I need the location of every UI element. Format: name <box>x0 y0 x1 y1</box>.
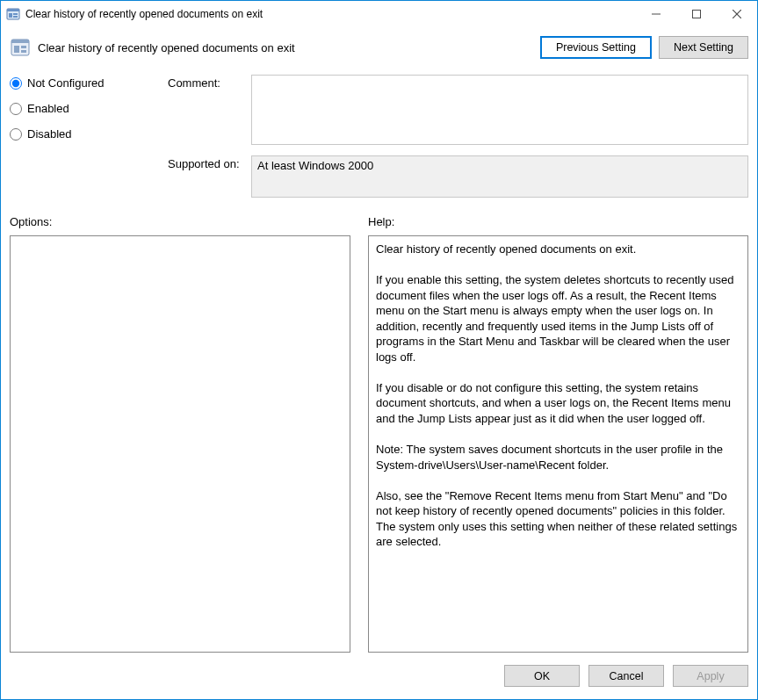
state-radios: Not Configured Enabled Disabled <box>10 75 168 141</box>
svg-rect-6 <box>693 10 701 18</box>
radio-enabled-label: Enabled <box>27 102 69 115</box>
titlebar: Clear history of recently opened documen… <box>1 1 757 27</box>
dialog-buttons: OK Cancel Apply <box>10 653 748 687</box>
cancel-button[interactable]: Cancel <box>588 665 664 687</box>
svg-rect-13 <box>21 50 26 53</box>
comment-input[interactable] <box>251 75 748 145</box>
supported-on-label: Supported on: <box>168 155 251 170</box>
radio-disabled-label: Disabled <box>27 127 72 141</box>
content-area: Clear history of recently opened documen… <box>1 27 757 699</box>
radio-not-configured-label: Not Configured <box>27 76 104 90</box>
comment-label: Comment: <box>168 75 251 90</box>
previous-setting-button[interactable]: Previous Setting <box>540 36 652 59</box>
policy-editor-window: Clear history of recently opened documen… <box>0 0 758 700</box>
panel-labels: Options: Help: <box>10 215 748 228</box>
ok-button[interactable]: OK <box>504 665 580 687</box>
radio-not-configured[interactable]: Not Configured <box>10 76 168 90</box>
maximize-button[interactable] <box>676 1 717 27</box>
policy-header: Clear history of recently opened documen… <box>10 36 748 59</box>
policy-window-icon <box>6 7 20 21</box>
help-panel-wrap: Clear history of recently opened documen… <box>368 235 748 653</box>
apply-button[interactable]: Apply <box>673 665 748 687</box>
supported-row: Supported on: <box>10 155 748 198</box>
options-label: Options: <box>10 215 368 228</box>
minimize-button[interactable] <box>636 1 676 27</box>
panels: Clear history of recently opened documen… <box>10 235 748 653</box>
policy-title: Clear history of recently opened documen… <box>38 41 533 54</box>
svg-rect-1 <box>7 9 19 11</box>
maximize-icon <box>692 8 701 21</box>
next-setting-button[interactable]: Next Setting <box>659 36 748 59</box>
radio-disabled[interactable]: Disabled <box>10 127 168 141</box>
svg-rect-3 <box>13 13 18 15</box>
svg-rect-11 <box>14 46 19 53</box>
options-panel <box>10 235 350 653</box>
help-label: Help: <box>368 215 394 228</box>
state-and-comment: Not Configured Enabled Disabled Comment: <box>10 75 748 145</box>
minimize-icon <box>652 8 661 21</box>
policy-icon <box>10 37 31 58</box>
svg-rect-2 <box>9 13 12 18</box>
help-panel[interactable]: Clear history of recently opened documen… <box>368 235 748 653</box>
svg-rect-10 <box>11 40 29 43</box>
window-title: Clear history of recently opened documen… <box>25 8 636 20</box>
svg-rect-12 <box>21 46 26 48</box>
radio-not-configured-input[interactable] <box>10 77 22 90</box>
radio-disabled-input[interactable] <box>10 128 22 141</box>
window-controls <box>636 1 757 27</box>
close-button[interactable] <box>717 1 757 27</box>
svg-rect-4 <box>13 16 18 18</box>
radio-enabled[interactable]: Enabled <box>10 102 168 115</box>
close-icon <box>733 8 741 21</box>
radio-enabled-input[interactable] <box>10 103 22 115</box>
supported-on-value <box>251 155 748 198</box>
